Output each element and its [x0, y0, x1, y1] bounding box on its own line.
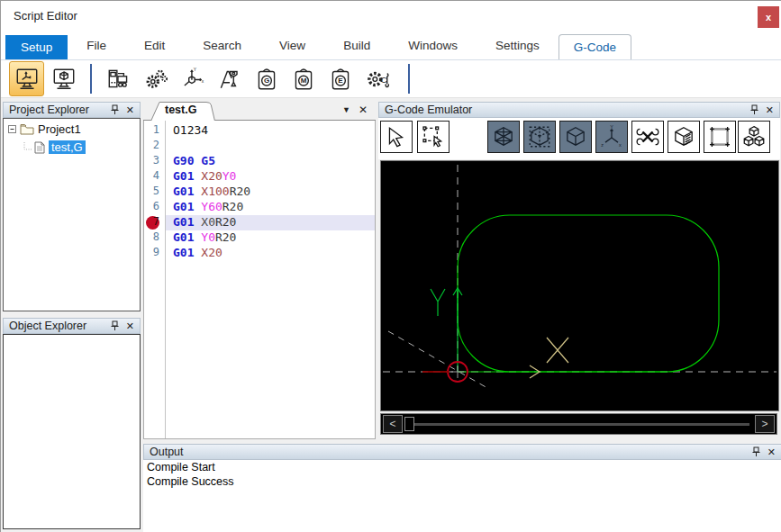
output-header: Output ✕	[143, 444, 781, 460]
main-toolbar: Y x G M	[1, 60, 781, 98]
file-node-label[interactable]: test,G	[49, 140, 86, 154]
wireframe-view-button[interactable]	[487, 121, 520, 153]
timeline-thumb[interactable]	[404, 417, 414, 431]
script-editor-window: Script Editor x SetupFileEditSearchViewB…	[0, 0, 781, 532]
menu-item-settings[interactable]: Settings	[477, 39, 559, 52]
shaded-cube-button[interactable]	[667, 121, 700, 153]
toolpath	[458, 215, 719, 372]
line-number[interactable]: 7	[144, 215, 165, 230]
panel-close-icon[interactable]: ✕	[126, 321, 134, 331]
emulator-canvas[interactable]	[380, 160, 779, 411]
panel-close-icon[interactable]: ✕	[767, 447, 776, 457]
axis-3d-button[interactable]: Y x	[175, 61, 210, 96]
hidden-line-view-button[interactable]	[523, 121, 556, 153]
code-line[interactable]: G01 Y60R20	[166, 200, 375, 215]
emulator-title: G-Code Emulator	[385, 104, 472, 116]
machine-monitor-button[interactable]	[9, 61, 44, 96]
line-number[interactable]: 4	[144, 169, 165, 185]
editor-code[interactable]: O1234G90 G5G01 X20Y0G01 X100R20G01 Y60R2…	[166, 121, 375, 438]
cube-monitor-icon	[50, 66, 77, 93]
window-close-button[interactable]: x	[758, 6, 779, 28]
svg-text:x: x	[619, 142, 622, 148]
output-line: Compile Success	[143, 474, 781, 489]
machine-config-icon	[105, 66, 132, 93]
code-line[interactable]: G01 Y0R20	[166, 230, 375, 246]
y-axis-label	[431, 289, 445, 316]
svg-text:G: G	[263, 77, 268, 85]
panel-close-icon[interactable]: ✕	[126, 105, 134, 115]
ecode-clipboard-icon: E	[327, 66, 354, 93]
gcode-clipboard-button[interactable]: G	[249, 61, 284, 96]
svg-text:E: E	[338, 77, 343, 85]
line-number[interactable]: 9	[144, 246, 165, 261]
pin-icon[interactable]	[110, 320, 120, 331]
code-line[interactable]: G01 X0R20	[166, 215, 375, 230]
editor-body[interactable]: 123456789 O1234G90 G5G01 X20Y0G01 X100R2…	[143, 121, 376, 439]
marquee-select-button[interactable]	[417, 121, 450, 153]
solid-view-button[interactable]	[559, 121, 592, 153]
code-line[interactable]: G01 X100R20	[166, 185, 375, 200]
machine-monitor-icon	[14, 66, 41, 93]
pin-icon[interactable]	[751, 446, 761, 457]
line-number[interactable]: 2	[144, 139, 165, 154]
code-line[interactable]: G01 X20	[166, 246, 375, 261]
tool-measure-icon	[216, 66, 243, 93]
toolbar-separator	[408, 64, 410, 94]
pin-icon[interactable]	[110, 104, 120, 115]
tree-connector	[23, 142, 32, 153]
project-node-label[interactable]: Project1	[38, 122, 81, 136]
code-line[interactable]: G01 X20Y0	[166, 169, 375, 185]
emulator-timeline: < >	[380, 413, 777, 435]
menu-item-setup[interactable]: Setup	[5, 35, 68, 59]
tool-measure-button[interactable]	[212, 61, 247, 96]
cursor-select-button[interactable]	[380, 121, 413, 153]
menu-item-search[interactable]: Search	[184, 39, 260, 52]
project-explorer-tree: Project1 test,G	[3, 118, 141, 311]
work-plane-icon	[707, 124, 732, 149]
tree-node-project[interactable]: Project1	[4, 122, 140, 137]
tab-dropdown-icon[interactable]: ▼	[342, 105, 350, 114]
editor-tab-label[interactable]: test.G	[165, 104, 196, 116]
menu-item-file[interactable]: File	[68, 39, 125, 52]
line-number[interactable]: 1	[144, 123, 165, 139]
ecode-clipboard-button[interactable]: E	[322, 61, 358, 96]
code-line[interactable]: G90 G5	[166, 154, 375, 169]
cube-monitor-button[interactable]	[46, 61, 81, 96]
tree-node-file[interactable]: test,G	[23, 140, 140, 155]
block-stack-button[interactable]	[738, 121, 770, 153]
project-explorer-title: Project Explorer	[9, 104, 89, 116]
mcode-clipboard-button[interactable]: M	[286, 61, 321, 96]
project-explorer-header: Project Explorer ✕	[3, 102, 141, 118]
timeline-left-button[interactable]: <	[383, 415, 403, 433]
code-line[interactable]: O1234	[166, 123, 375, 139]
svg-text:M: M	[300, 77, 306, 85]
emulator-header: G-Code Emulator ✕	[378, 102, 780, 118]
object-explorer-header: Object Explorer ✕	[3, 318, 141, 334]
object-explorer-body	[3, 334, 141, 529]
panel-close-icon[interactable]: ✕	[766, 105, 774, 115]
document-icon	[34, 141, 45, 154]
line-number[interactable]: 6	[144, 200, 165, 215]
pin-icon[interactable]	[749, 104, 759, 115]
emulator-canvas-svg	[381, 161, 778, 410]
tab-close-icon[interactable]: ✕	[359, 104, 368, 116]
custom-code-gear-button[interactable]: C	[359, 61, 395, 96]
menu-item-build[interactable]: Build	[324, 39, 389, 52]
line-number[interactable]: 3	[144, 154, 165, 169]
editor-tab[interactable]: test.G	[150, 102, 215, 122]
menu-item-edit[interactable]: Edit	[125, 39, 184, 52]
code-line[interactable]	[166, 139, 375, 154]
work-plane-button[interactable]	[704, 121, 736, 153]
menu-item-view[interactable]: View	[260, 39, 324, 52]
tools-button[interactable]	[631, 121, 664, 153]
line-number[interactable]: 5	[144, 185, 165, 200]
menu-item-windows[interactable]: Windows	[389, 39, 477, 52]
collapse-icon[interactable]	[8, 125, 16, 133]
gears-settings-button[interactable]	[138, 61, 173, 96]
machine-config-button[interactable]	[101, 61, 136, 96]
line-number[interactable]: 8	[144, 230, 165, 246]
timeline-right-button[interactable]: >	[755, 415, 775, 433]
timeline-track[interactable]	[408, 423, 749, 426]
menu-item-g-code[interactable]: G-Code	[559, 34, 631, 59]
axis-orientation-button[interactable]: Y x z	[595, 121, 628, 153]
